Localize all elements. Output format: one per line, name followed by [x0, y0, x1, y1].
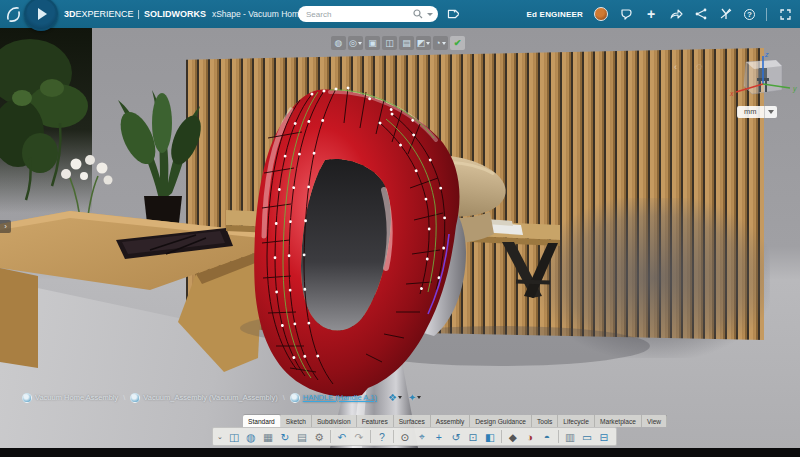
breadcrumb-item[interactable]: Vacuum_Assembly (Vacuum_Assembly) [130, 393, 277, 403]
help-icon[interactable]: ? [744, 9, 755, 20]
snap-icon[interactable]: ◫ [382, 36, 397, 50]
collapse-panel-icon[interactable]: ‹ [674, 62, 677, 72]
collaborate-icon[interactable] [694, 7, 708, 21]
view-compass-icon[interactable]: ◎ [348, 36, 363, 50]
zoom-button[interactable]: ⌖ [414, 429, 430, 445]
export-view-icon[interactable]: ▤ [399, 36, 414, 50]
action-bar-tabs: StandardSketchSubdivisionFeaturesSurface… [243, 415, 667, 427]
window-bottom-edge [0, 448, 800, 457]
capture-icon[interactable]: ▣ [365, 36, 380, 50]
tag-icon[interactable] [446, 8, 459, 21]
render-style-icon[interactable]: ◍ [331, 36, 346, 50]
breadcrumb-label[interactable]: Vacuum Home Assembly [35, 393, 118, 402]
tab-features[interactable]: Features [357, 415, 394, 427]
tab-standard[interactable]: Standard [243, 415, 281, 427]
3d-viewport[interactable]: ◍◎▣◫▤◩◔✔ ‹ ◌ x y z mm › Vacuum Home Asse… [0, 28, 800, 448]
tab-marketplace[interactable]: Marketplace [595, 415, 642, 427]
toolbar-separator [558, 430, 559, 443]
options-button[interactable]: ⚙ [311, 429, 327, 445]
select-history-tool-icon[interactable]: ❖ [388, 392, 402, 403]
refresh-button[interactable]: ↻ [277, 429, 293, 445]
save-button[interactable]: ▦ [260, 429, 276, 445]
section-button[interactable]: ◑ [522, 429, 538, 445]
tab-subdivision[interactable]: Subdivision [312, 415, 357, 427]
avatar[interactable] [594, 7, 608, 21]
robot-assistant-tool-icon[interactable]: ✦ [408, 392, 421, 403]
validate-icon[interactable]: ✔ [450, 36, 465, 50]
units-caret-icon[interactable] [764, 106, 777, 118]
share-button[interactable]: ◫ [226, 429, 242, 445]
axis-y-label: y [792, 85, 797, 93]
environment-icon[interactable]: ◔ [433, 36, 448, 50]
scene-desk [0, 211, 263, 372]
user-name[interactable]: Ed ENGINEER [527, 10, 583, 19]
axis-z-label: z [764, 51, 769, 58]
part-icon [22, 393, 32, 403]
part-icon [130, 393, 140, 403]
assistant-icon[interactable] [719, 7, 733, 21]
breadcrumb-separator: \ [123, 393, 125, 402]
tab-sketch[interactable]: Sketch [281, 415, 312, 427]
notifications-icon[interactable] [619, 7, 633, 21]
search-options-icon[interactable] [427, 13, 433, 16]
multi-screen-button[interactable]: ⊟ [596, 429, 612, 445]
rotate-button[interactable]: ↺ [448, 429, 464, 445]
search-box[interactable] [298, 6, 438, 22]
tab-assembly[interactable]: Assembly [431, 415, 471, 427]
undo-button[interactable]: ↶ [334, 429, 350, 445]
tab-design-guidance[interactable]: Design Guidance [470, 415, 532, 427]
window-select-button[interactable]: ▭ [579, 429, 595, 445]
lock-button[interactable]: ⊙ [397, 429, 413, 445]
chevron-down-icon[interactable] [426, 42, 430, 45]
compass-menu-button[interactable] [24, 0, 58, 31]
breadcrumb-separator: \ [283, 393, 285, 402]
add-icon[interactable]: + [644, 7, 658, 21]
search-icon[interactable] [413, 9, 423, 19]
brand-text: 3DEXPERIENCE | SOLIDWORKS [64, 9, 206, 19]
zoom-area-button[interactable]: ⊡ [465, 429, 481, 445]
select-sphere-button[interactable]: ◆ [505, 429, 521, 445]
pan-button[interactable]: + [431, 429, 447, 445]
search-input[interactable] [306, 10, 413, 19]
breadcrumb-item[interactable]: HANDLE (Handle A.1) [290, 393, 377, 403]
expand-side-panel-button[interactable]: › [0, 220, 11, 233]
chevron-down-icon[interactable] [417, 396, 421, 399]
help-button[interactable]: ? [374, 429, 390, 445]
units-value[interactable]: mm [737, 106, 764, 118]
toolbar-separator [370, 430, 371, 443]
turntable-button[interactable]: ◓ [539, 429, 555, 445]
tab-view[interactable]: View [642, 415, 667, 427]
breadcrumb-label[interactable]: Vacuum_Assembly (Vacuum_Assembly) [143, 393, 277, 402]
share-icon[interactable] [669, 7, 683, 21]
scene-potted-plant [113, 90, 206, 233]
action-bar-tools: ⌄ ◫◍▦↻▤⚙↶↷?⊙⌖+↺⊡◧◆◑◓▥▭⊟ [212, 427, 617, 446]
catalog-button[interactable]: ▥ [562, 429, 578, 445]
units-dropdown[interactable]: mm [737, 106, 777, 118]
divider [766, 8, 767, 21]
toolbar-separator [393, 430, 394, 443]
chevron-down-icon[interactable] [398, 396, 402, 399]
chevron-down-icon[interactable] [442, 42, 446, 45]
view-triad[interactable]: x y z [724, 50, 800, 112]
isometric-view-button[interactable]: ◧ [482, 429, 498, 445]
part-icon [290, 393, 300, 403]
toolbar-collapse-icon[interactable]: ⌄ [217, 433, 223, 441]
tab-lifecycle[interactable]: Lifecycle [558, 415, 595, 427]
world-button[interactable]: ◍ [243, 429, 259, 445]
cursor-mode-icon[interactable]: ◩ [416, 36, 431, 50]
tab-surfaces[interactable]: Surfaces [394, 415, 431, 427]
scene-hanging-plants [0, 39, 88, 200]
navigation-breadcrumb: Vacuum Home Assembly\Vacuum_Assembly (Va… [22, 392, 421, 403]
chevron-down-icon[interactable] [358, 42, 362, 45]
top-bar: 3DEXPERIENCE | SOLIDWORKS xShape - Vacuu… [0, 0, 800, 28]
redo-button[interactable]: ↷ [351, 429, 367, 445]
compass-mini-icon[interactable]: ◌ [696, 60, 703, 72]
toolbar-separator [501, 430, 502, 443]
tab-tools[interactable]: Tools [532, 415, 558, 427]
fullscreen-icon[interactable] [778, 7, 792, 21]
breadcrumb-label[interactable]: HANDLE (Handle A.1) [303, 393, 377, 402]
play-icon [38, 8, 47, 20]
toolbar-separator [330, 430, 331, 443]
breadcrumb-item[interactable]: Vacuum Home Assembly [22, 393, 118, 403]
paste-button[interactable]: ▤ [294, 429, 310, 445]
